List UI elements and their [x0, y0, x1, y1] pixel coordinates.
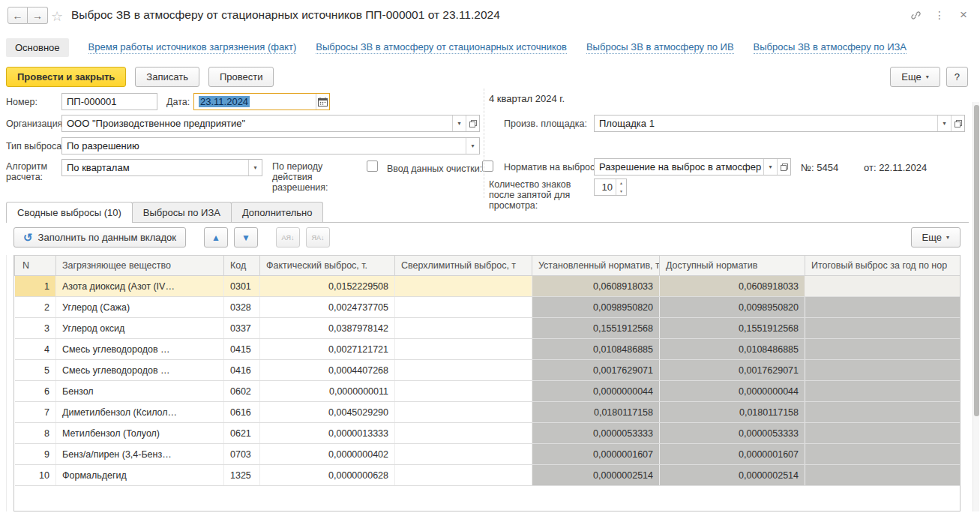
cell-norm_set[interactable]: 0,0000002514 [532, 465, 660, 486]
cell-fact[interactable]: 0,0027121721 [260, 339, 395, 360]
more-menu-icon[interactable]: ⋮ [934, 9, 946, 21]
cell-norm_set[interactable]: 0,0108486885 [532, 339, 660, 360]
cell-n[interactable]: 3 [15, 318, 56, 339]
cell-n[interactable]: 5 [15, 360, 56, 381]
cell-total[interactable] [805, 318, 961, 339]
fill-from-tabs-button[interactable]: ↻ Заполнить по данным вкладок [13, 227, 186, 248]
cell-code[interactable]: 0621 [224, 423, 260, 444]
cell-norm_set[interactable]: 0,0017629071 [532, 360, 660, 381]
column-header[interactable]: Итоговый выброс за год по нор [805, 256, 961, 276]
forward-button[interactable]: → [28, 7, 48, 24]
table-more-button[interactable]: Еще▾ [911, 227, 961, 248]
number-field[interactable]: ПП-000001 [61, 93, 157, 110]
table-row[interactable]: 8Метилбензол (Толуол)06210,00000133330,0… [15, 423, 961, 444]
cell-total[interactable] [805, 276, 961, 297]
cell-fact[interactable]: 0,0000000628 [260, 465, 395, 486]
post-button[interactable]: Провести [208, 67, 274, 87]
column-header[interactable]: Доступный норматив [660, 256, 805, 276]
site-field[interactable]: Площадка 1 ▾ [594, 115, 965, 132]
close-icon[interactable]: × [958, 9, 970, 21]
cell-fact[interactable]: 0,0387978142 [260, 318, 395, 339]
cell-code[interactable]: 0602 [224, 381, 260, 402]
chevron-down-icon[interactable]: ▾ [248, 160, 262, 176]
cell-total[interactable] [805, 402, 961, 423]
cell-total[interactable] [805, 423, 961, 444]
column-header[interactable]: Загрязняющее вещество [56, 256, 224, 276]
cell-over[interactable] [395, 381, 532, 402]
save-button[interactable]: Записать [135, 67, 199, 87]
table-row[interactable]: 4Смесь углеводородов …04150,00271217210,… [15, 339, 961, 360]
cell-norm_avail[interactable]: 0,0017629071 [660, 360, 805, 381]
scrollbar-thumb[interactable] [974, 105, 979, 416]
cell-substance[interactable]: Углерод оксид [56, 318, 224, 339]
cell-n[interactable]: 2 [15, 297, 56, 318]
cell-total[interactable] [805, 381, 961, 402]
cell-over[interactable] [395, 276, 532, 297]
chevron-down-icon[interactable]: ▾ [466, 138, 479, 154]
nav-item-main[interactable]: Основное [6, 38, 69, 57]
cell-substance[interactable]: Смесь углеводородов … [56, 339, 224, 360]
nav-link-emissions-iza[interactable]: Выбросы ЗВ в атмосферу по ИЗА [754, 41, 907, 54]
organization-field[interactable]: ООО "Производственное предприятие" ▾ [61, 115, 480, 132]
nav-link-emissions-iv[interactable]: Выбросы ЗВ в атмосферу по ИВ [586, 41, 734, 54]
cell-over[interactable] [395, 360, 532, 381]
cell-n[interactable]: 8 [15, 423, 56, 444]
cell-over[interactable] [395, 402, 532, 423]
cell-code[interactable]: 0703 [224, 444, 260, 465]
nav-link-work-time[interactable]: Время работы источников загрязнения (фак… [88, 41, 297, 54]
emission-type-field[interactable]: По разрешению ▾ [61, 137, 480, 154]
cell-norm_set[interactable]: 0,0000000044 [532, 381, 660, 402]
more-button[interactable]: Еще▾ [890, 67, 940, 87]
cell-norm_avail[interactable]: 0,0608918033 [660, 276, 805, 297]
cell-norm_set[interactable]: 0,0000001607 [532, 444, 660, 465]
chevron-down-icon[interactable]: ▾ [763, 159, 777, 175]
cell-n[interactable]: 9 [15, 444, 56, 465]
vertical-scrollbar[interactable] [973, 102, 979, 512]
cell-n[interactable]: 1 [15, 276, 56, 297]
cell-norm_avail[interactable]: 0,0098950820 [660, 297, 805, 318]
cell-code[interactable]: 0337 [224, 318, 260, 339]
table-row[interactable]: 1Азота диоксид (Азот (IV…03010,015222950… [15, 276, 961, 297]
cell-substance[interactable]: Углерод (Сажа) [56, 297, 224, 318]
favorite-star-icon[interactable]: ☆ [51, 8, 63, 25]
cell-fact[interactable]: 0,0004407268 [260, 360, 395, 381]
cell-norm_avail[interactable]: 0,0180117158 [660, 402, 805, 423]
cell-total[interactable] [805, 339, 961, 360]
cell-code[interactable]: 1325 [224, 465, 260, 486]
cell-norm_avail[interactable]: 0,0000000044 [660, 381, 805, 402]
cell-substance[interactable]: Смесь углеводородов … [56, 360, 224, 381]
cell-total[interactable] [805, 360, 961, 381]
cell-norm_avail[interactable]: 0,0000053333 [660, 423, 805, 444]
open-item-icon[interactable] [466, 116, 479, 131]
cell-norm_set[interactable]: 0,0180117158 [532, 402, 660, 423]
cell-norm_avail[interactable]: 0,0108486885 [660, 339, 805, 360]
cell-fact[interactable]: 0,0000000011 [260, 381, 395, 402]
cell-n[interactable]: 7 [15, 402, 56, 423]
cell-total[interactable] [805, 444, 961, 465]
table-row[interactable]: 9Бенз/а/пирен (3,4-Бенз…07030,0000000402… [15, 444, 961, 465]
sort-descending-button[interactable]: ЯА↓ [306, 227, 330, 248]
help-button[interactable]: ? [946, 67, 968, 87]
cell-over[interactable] [395, 297, 532, 318]
decimals-spinner[interactable]: 10 ▲ ▼ [594, 178, 627, 196]
cell-fact[interactable]: 0,0000000402 [260, 444, 395, 465]
column-header[interactable]: N [15, 256, 56, 276]
calendar-icon[interactable] [316, 94, 329, 110]
table-row[interactable]: 6Бензол06020,00000000110,00000000440,000… [15, 381, 961, 402]
cell-substance[interactable]: Бенз/а/пирен (3,4-Бенз… [56, 444, 224, 465]
cell-code[interactable]: 0416 [224, 360, 260, 381]
table-row[interactable]: 10Формальдегид13250,00000006280,00000025… [15, 465, 961, 486]
cell-fact[interactable]: 0,0000013333 [260, 423, 395, 444]
tab-emissions-iza[interactable]: Выбросы по ИЗА [132, 202, 232, 222]
cell-code[interactable]: 0301 [224, 276, 260, 297]
cell-norm_set[interactable]: 0,0608918033 [532, 276, 660, 297]
cell-code[interactable]: 0328 [224, 297, 260, 318]
cell-norm_avail[interactable]: 0,0000001607 [660, 444, 805, 465]
chevron-down-icon[interactable]: ▾ [452, 116, 466, 131]
back-button[interactable]: ← [7, 7, 28, 24]
column-header[interactable]: Код [224, 256, 260, 276]
tab-summary-emissions[interactable]: Сводные выбросы (10) [6, 202, 133, 222]
standard-field[interactable]: Разрешение на выброс в атмосфер ▾ [594, 158, 791, 176]
cell-fact[interactable]: 0,0045029290 [260, 402, 395, 423]
cell-total[interactable] [805, 465, 961, 486]
